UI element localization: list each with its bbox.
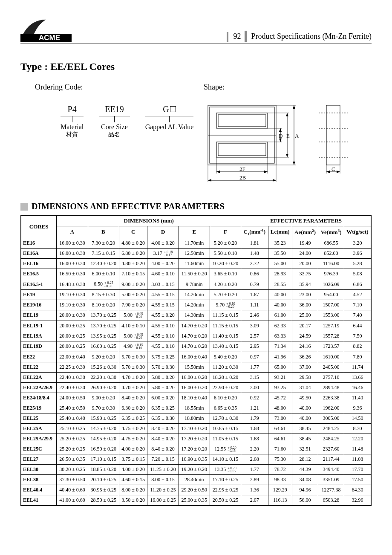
group-dimensions: DIMENSIONS (mm) bbox=[57, 215, 241, 226]
header-divider bbox=[245, 31, 247, 42]
dim-e: E bbox=[286, 133, 290, 139]
svg-marker-30 bbox=[273, 179, 276, 182]
g-box-icon bbox=[170, 106, 176, 112]
table-row: EE2222.00 ± 0.409.20 ± 0.205.70 ± 0.305.… bbox=[21, 352, 371, 362]
table-row: EE1919.10 ± 0.308.15 ± 0.305.00 ± 0.204.… bbox=[21, 289, 371, 300]
table-row: EEL19D20.00 ± 0.2516.00 ± 0.254.90 + 0.1… bbox=[21, 341, 371, 352]
svg-marker-15 bbox=[286, 154, 288, 157]
logo-text: ACME bbox=[39, 34, 60, 42]
table-row: EEL1616.00 ± 0.3012.40 ± 0.204.80 ± 0.20… bbox=[21, 259, 371, 269]
svg-marker-25 bbox=[264, 171, 268, 173]
svg-rect-6 bbox=[218, 144, 266, 156]
col-cores: CORES bbox=[21, 215, 57, 238]
svg-rect-4 bbox=[218, 115, 266, 127]
table-row: EEL19-120.00 ± 0.2513.70 ± 0.254.10 ± 0.… bbox=[21, 321, 371, 331]
table-row: EEL2726.50 ± 0.3517.10 ± 0.153.75 ± 0.15… bbox=[21, 454, 371, 464]
table-row: EEL2525.40 ± 0.4015.90 ± 0.256.35 ± 0.25… bbox=[21, 413, 371, 423]
svg-marker-29 bbox=[208, 179, 211, 182]
table-row: EE25/1925.40 ± 0.509.70 ± 0.306.30 ± 0.2… bbox=[21, 403, 371, 413]
ordering-diagram: P4 Material 材質 EE19 Core Size 品名 G Gappe… bbox=[61, 104, 204, 139]
svg-rect-3 bbox=[216, 113, 268, 128]
svg-marker-19 bbox=[279, 128, 282, 132]
shape-front-view: D E A 2F 2B bbox=[204, 101, 302, 186]
page-number: 92 bbox=[227, 32, 242, 42]
table-row: EE16.516.50 ± 0.306.00 ± 0.107.10 ± 0.15… bbox=[21, 269, 371, 279]
section-heading: DIMENSIONS AND EFFECTIVE PARAMETERS bbox=[32, 202, 225, 211]
table-row: EEL1920.00 ± 0.3013.70 ± 0.255.00 + 0.05… bbox=[21, 310, 371, 321]
dim-d: D bbox=[279, 133, 282, 139]
dim-2b: 2B bbox=[239, 174, 246, 181]
svg-rect-5 bbox=[216, 142, 268, 157]
table-row: EEL25A25.10 ± 0.2514.75 ± 0.204.75 ± 0.2… bbox=[21, 423, 371, 434]
table-row: EEL40.440.40 ± 0.6030.95 ± 0.258.00 ± 0.… bbox=[21, 485, 371, 495]
ordering-col-gapped: G Gapped AL Value bbox=[145, 104, 194, 139]
svg-marker-24 bbox=[216, 171, 220, 173]
table-row: EE19/1619.10 ± 0.308.10 ± 0.207.90 ± 0.2… bbox=[21, 300, 371, 310]
page-header: ACME 92 Product Specifications (Mn-Zn Fe… bbox=[20, 17, 372, 44]
dim-c: C bbox=[331, 166, 335, 173]
shape-side-view: C bbox=[319, 101, 353, 186]
table-row: EE24/18/8.424.00 ± 0.509.00 ± 0.208.40 ±… bbox=[21, 393, 371, 403]
table-row: EE16.5-116.48 ± 0.306.50 + 0.25- 0.309.0… bbox=[21, 279, 371, 289]
group-effective: EFFECTIVE PARAMETERS bbox=[241, 215, 371, 226]
ordering-col-coresize: EE19 Core Size 品名 bbox=[99, 104, 130, 139]
table-row: EEL22A/26.922.40 ± 0.3026.90 ± 0.204.70 … bbox=[21, 382, 371, 393]
table-row: EE16A16.00 ± 0.307.15 ± 0.156.80 ± 0.203… bbox=[21, 248, 371, 258]
table-row: EEL25C25.20 ± 0.2516.50 ± 0.204.00 ± 0.2… bbox=[21, 444, 371, 454]
table-row: EEL22A22.40 ± 0.3022.20 ± 0.304.70 ± 0.2… bbox=[21, 372, 371, 382]
dim-2f: 2F bbox=[239, 166, 245, 173]
svg-marker-39 bbox=[326, 171, 330, 173]
ordering-heading: Ordering Code: bbox=[35, 83, 204, 92]
page-title: Type : EE/EEL Cores bbox=[20, 61, 372, 72]
table-row: EEL3030.20 ± 0.2518.85 ± 0.204.00 ± 0.20… bbox=[21, 464, 371, 474]
svg-rect-33 bbox=[326, 105, 340, 165]
header-title: Product Specifications (Mn-Zn Ferrite) bbox=[251, 32, 372, 42]
table-row: EEL2222.25 ± 0.3015.26 ± 0.305.70 ± 0.30… bbox=[21, 362, 371, 372]
logo: ACME bbox=[20, 17, 72, 42]
table-row: EEL19A20.00 ± 0.2513.95 ± 0.255.00 + 0.0… bbox=[21, 331, 371, 341]
svg-marker-40 bbox=[337, 171, 340, 173]
dimensions-table: CORES DIMENSIONS (mm) EFFECTIVE PARAMETE… bbox=[20, 215, 372, 506]
table-row: EEL25A/29.925.20 ± 0.2514.95 ± 0.204.75 … bbox=[21, 434, 371, 444]
shape-heading: Shape: bbox=[204, 83, 372, 92]
ordering-col-material: P4 Material 材質 bbox=[61, 104, 84, 139]
section-bullet-icon bbox=[20, 203, 28, 211]
table-row: EEL3837.30 ± 0.5020.10 ± 0.254.60 ± 0.15… bbox=[21, 475, 371, 485]
svg-marker-10 bbox=[293, 162, 295, 165]
svg-marker-14 bbox=[286, 113, 288, 116]
svg-marker-9 bbox=[293, 105, 295, 109]
dim-a: A bbox=[295, 133, 299, 139]
table-row: EE1616.00 ± 0.307.30 ± 0.204.80 ± 0.204.… bbox=[21, 238, 371, 248]
table-row: EEL4141.00 ± 0.6028.50 ± 0.253.50 ± 0.20… bbox=[21, 495, 371, 506]
